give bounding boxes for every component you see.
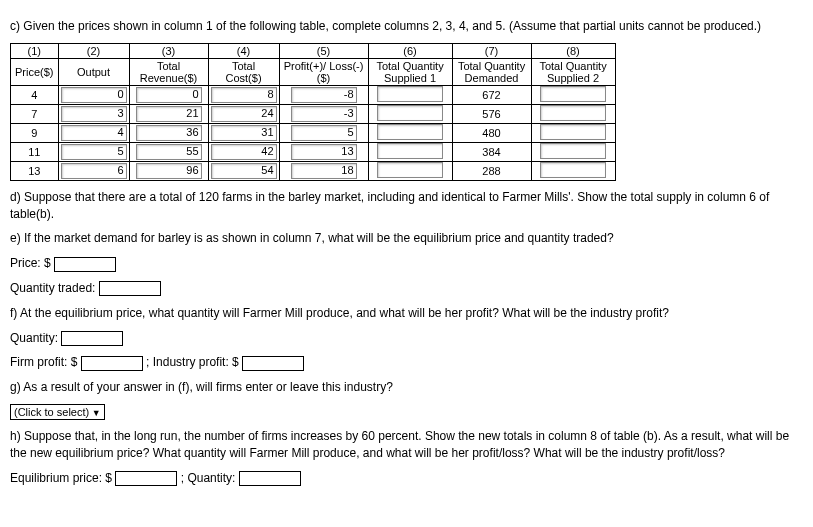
price-cell: 4 bbox=[11, 85, 59, 104]
quantity-input[interactable] bbox=[61, 331, 123, 346]
table-row: 4 0 0 8 -8 672 bbox=[11, 85, 616, 104]
header-supply2: Total Quantity Supplied 2 bbox=[531, 58, 615, 85]
industry-profit-input[interactable] bbox=[242, 356, 304, 371]
table-row: 13 6 96 54 18 288 bbox=[11, 161, 616, 180]
quantity2-input[interactable] bbox=[239, 471, 301, 486]
supply2-input[interactable] bbox=[540, 86, 606, 102]
colnum: (8) bbox=[531, 43, 615, 58]
table-row: 7 3 21 24 -3 576 bbox=[11, 104, 616, 123]
table-colnum-row: (1) (2) (3) (4) (5) (6) (7) (8) bbox=[11, 43, 616, 58]
colnum: (6) bbox=[368, 43, 452, 58]
profit-input[interactable]: 5 bbox=[291, 125, 357, 141]
price-cell: 9 bbox=[11, 123, 59, 142]
demand-cell: 480 bbox=[452, 123, 531, 142]
revenue-input[interactable]: 55 bbox=[136, 144, 202, 160]
qty-traded-input[interactable] bbox=[99, 281, 161, 296]
output-input[interactable]: 0 bbox=[61, 87, 127, 103]
question-d-text: d) Suppose that there are a total of 120… bbox=[10, 189, 803, 223]
profit-input[interactable]: -3 bbox=[291, 106, 357, 122]
header-revenue: Total Revenue($) bbox=[129, 58, 208, 85]
profit-input[interactable]: 18 bbox=[291, 163, 357, 179]
header-supply1: Total Quantity Supplied 1 bbox=[368, 58, 452, 85]
firm-profit-input[interactable] bbox=[81, 356, 143, 371]
output-input[interactable]: 4 bbox=[61, 125, 127, 141]
revenue-input[interactable]: 21 bbox=[136, 106, 202, 122]
output-input[interactable]: 6 bbox=[61, 163, 127, 179]
price-label: Price: $ bbox=[10, 256, 51, 270]
question-c-text: c) Given the prices shown in column 1 of… bbox=[10, 18, 803, 35]
table-row: 9 4 36 31 5 480 bbox=[11, 123, 616, 142]
profit-input[interactable]: -8 bbox=[291, 87, 357, 103]
colnum: (5) bbox=[279, 43, 368, 58]
price-cell: 11 bbox=[11, 142, 59, 161]
price-cell: 7 bbox=[11, 104, 59, 123]
colnum: (7) bbox=[452, 43, 531, 58]
header-demand: Total Quantity Demanded bbox=[452, 58, 531, 85]
colnum: (1) bbox=[11, 43, 59, 58]
eq-price-label: Equilibrium price: $ bbox=[10, 471, 112, 485]
cost-input[interactable]: 42 bbox=[211, 144, 277, 160]
question-f-text: f) At the equilibrium price, what quanti… bbox=[10, 305, 803, 322]
header-cost: Total Cost($) bbox=[208, 58, 279, 85]
cost-input[interactable]: 24 bbox=[211, 106, 277, 122]
colnum: (4) bbox=[208, 43, 279, 58]
colnum: (3) bbox=[129, 43, 208, 58]
revenue-input[interactable]: 0 bbox=[136, 87, 202, 103]
supply1-input[interactable] bbox=[377, 162, 443, 178]
header-output: Output bbox=[58, 58, 129, 85]
price-input[interactable] bbox=[54, 257, 116, 272]
firm-profit-label: Firm profit: $ bbox=[10, 355, 77, 369]
cost-input[interactable]: 8 bbox=[211, 87, 277, 103]
output-input[interactable]: 3 bbox=[61, 106, 127, 122]
output-input[interactable]: 5 bbox=[61, 144, 127, 160]
question-e-text: e) If the market demand for barley is as… bbox=[10, 230, 803, 247]
header-price: Price($) bbox=[11, 58, 59, 85]
colnum: (2) bbox=[58, 43, 129, 58]
supply1-input[interactable] bbox=[377, 105, 443, 121]
eq-price-input[interactable] bbox=[115, 471, 177, 486]
supply2-input[interactable] bbox=[540, 124, 606, 140]
enter-leave-select[interactable]: (Click to select) bbox=[10, 404, 105, 420]
revenue-input[interactable]: 36 bbox=[136, 125, 202, 141]
cost-input[interactable]: 31 bbox=[211, 125, 277, 141]
supply1-input[interactable] bbox=[377, 143, 443, 159]
industry-profit-label: ; Industry profit: $ bbox=[146, 355, 239, 369]
cost-input[interactable]: 54 bbox=[211, 163, 277, 179]
table-row: 11 5 55 42 13 384 bbox=[11, 142, 616, 161]
revenue-input[interactable]: 96 bbox=[136, 163, 202, 179]
demand-cell: 672 bbox=[452, 85, 531, 104]
data-table: (1) (2) (3) (4) (5) (6) (7) (8) Price($)… bbox=[10, 43, 616, 181]
header-profit: Profit(+)/ Loss(-)($) bbox=[279, 58, 368, 85]
supply2-input[interactable] bbox=[540, 105, 606, 121]
supply1-input[interactable] bbox=[377, 86, 443, 102]
supply1-input[interactable] bbox=[377, 124, 443, 140]
quantity-label: Quantity: bbox=[10, 331, 58, 345]
question-h-text: h) Suppose that, in the long run, the nu… bbox=[10, 428, 803, 462]
question-g-text: g) As a result of your answer in (f), wi… bbox=[10, 379, 803, 396]
price-cell: 13 bbox=[11, 161, 59, 180]
demand-cell: 384 bbox=[452, 142, 531, 161]
supply2-input[interactable] bbox=[540, 162, 606, 178]
qty-traded-label: Quantity traded: bbox=[10, 281, 95, 295]
table-header-row: Price($) Output Total Revenue($) Total C… bbox=[11, 58, 616, 85]
quantity2-label: ; Quantity: bbox=[181, 471, 236, 485]
demand-cell: 288 bbox=[452, 161, 531, 180]
demand-cell: 576 bbox=[452, 104, 531, 123]
profit-input[interactable]: 13 bbox=[291, 144, 357, 160]
supply2-input[interactable] bbox=[540, 143, 606, 159]
